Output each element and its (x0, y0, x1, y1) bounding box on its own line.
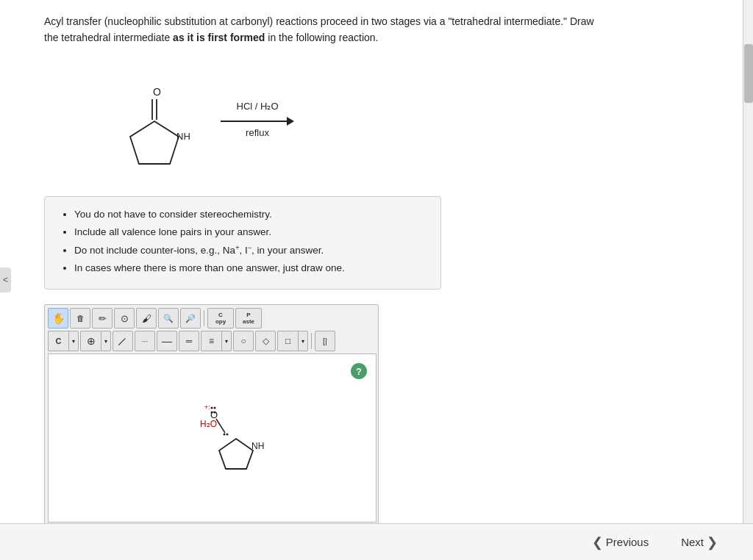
double-bond-icon: ═ (186, 336, 193, 346)
paste-label: Paste (243, 312, 254, 326)
reactant-svg: O NH (103, 61, 199, 179)
help-button[interactable]: ? (351, 363, 367, 379)
wavy-icon: ··· (142, 337, 148, 345)
svg-point-16 (226, 434, 229, 436)
drawn-molecule-svg: +: O H₂O NH (159, 373, 276, 490)
scrollbar[interactable] (743, 0, 753, 560)
hint-2: Include all valence lone pairs in your a… (74, 225, 426, 240)
ring3-group: □ ▾ (277, 331, 308, 351)
zoom-in-btn[interactable]: 🔍 (158, 308, 179, 329)
zoom-in-icon: 🔍 (163, 314, 174, 323)
pencil-tool-btn[interactable]: ✏ (92, 308, 113, 329)
erase-tool-btn[interactable]: 🗑 (70, 308, 90, 329)
reaction-diagram: O NH HCl / H₂O reflux (103, 61, 691, 179)
nav-bar: ❮ Previous Next ❯ (0, 523, 753, 560)
hand-tool-btn[interactable]: ✋ (48, 308, 68, 329)
reagent-line2: reflux (246, 126, 269, 140)
arrow-line (221, 117, 294, 126)
double-bond-btn[interactable]: ═ (179, 331, 199, 351)
svg-point-15 (224, 434, 226, 436)
svg-text:H₂O: H₂O (200, 419, 217, 429)
left-tab-icon: < (3, 275, 8, 285)
svg-text:NH: NH (251, 441, 264, 451)
svg-marker-13 (219, 439, 253, 469)
ring-4-icon: □ (285, 336, 290, 346)
line-btn[interactable]: | (113, 331, 133, 351)
chain-btn[interactable]: ⊕ (80, 331, 101, 351)
ring-6-btn[interactable]: ○ (233, 331, 254, 351)
toolbar-row-1: ✋ 🗑 ✏ ⊙ 🖌 🔍 🔎 Copy (48, 308, 375, 329)
triple-bond-group: ≡ ▾ (201, 331, 232, 351)
chain-group: ⊕ ▾ (80, 331, 111, 351)
copy-label: Copy (215, 312, 226, 326)
svg-text:O: O (153, 86, 161, 98)
ring-5-btn[interactable]: ◇ (255, 331, 276, 351)
erase-icon: 🗑 (76, 314, 85, 323)
next-button[interactable]: Next ❯ (668, 530, 731, 555)
question-text: Acyl transfer (nucleophilic substitution… (44, 13, 691, 46)
chain-icon: ⊕ (87, 335, 96, 347)
reactant-molecule: O NH (103, 61, 199, 179)
hints-box: You do not have to consider stereochemis… (44, 196, 441, 290)
brush-tool-btn[interactable]: 🖌 (136, 308, 157, 329)
svg-text:+:: +: (204, 403, 210, 411)
reaction-arrow-area: HCl / H₂O reflux (221, 99, 294, 140)
previous-chevron-icon: ❮ (592, 534, 603, 550)
wavy-btn[interactable]: ··· (135, 331, 155, 351)
single-bond-icon: — (162, 335, 172, 347)
ring-4-btn[interactable]: □ (277, 331, 298, 351)
lasso-icon: ⊙ (121, 313, 129, 324)
left-panel-tab[interactable]: < (0, 268, 11, 292)
zoom-out-btn[interactable]: 🔎 (180, 308, 201, 329)
triple-bond-btn[interactable]: ≡ (201, 331, 221, 351)
ring-5-icon: ◇ (263, 336, 269, 346)
help-symbol: ? (356, 366, 362, 377)
line-icon: | (118, 336, 128, 346)
hints-list: You do not have to consider stereochemis… (60, 207, 426, 276)
ring-group: ○ (233, 331, 254, 351)
single-bond-btn[interactable]: — (157, 331, 177, 351)
ring-dropdown[interactable]: ▾ (298, 331, 308, 351)
question-bold: as it is first formed (173, 32, 265, 43)
hint-4: In cases where there is more than one an… (74, 261, 426, 276)
toolbar-row-2: C ▾ ⊕ ▾ | ··· (48, 331, 375, 351)
question-text-p2: the tetrahedral intermediate (44, 32, 173, 43)
next-label: Next (681, 536, 704, 548)
triple-bond-icon: ≡ (209, 336, 214, 346)
bracket-icon: [| (323, 337, 327, 345)
svg-text:NH: NH (176, 131, 190, 142)
arrow-head (287, 117, 294, 126)
triple-bond-dropdown[interactable]: ▾ (221, 331, 232, 351)
scrollbar-thumb[interactable] (744, 44, 753, 103)
previous-button[interactable]: ❮ Previous (579, 530, 662, 555)
chain-dropdown[interactable]: ▾ (101, 331, 111, 351)
single-bond-group: — (157, 331, 177, 351)
copy-btn[interactable]: Copy (207, 308, 234, 329)
element-c-btn[interactable]: C (48, 331, 68, 351)
question-text-p1: Acyl transfer (nucleophilic substitution… (44, 15, 594, 27)
drawing-canvas[interactable]: ? +: O H₂O (48, 353, 376, 523)
ring-6-icon: ○ (240, 336, 246, 346)
zoom-out-icon: 🔎 (185, 314, 196, 323)
main-content: Acyl transfer (nucleophilic substitution… (0, 0, 721, 560)
pencil-icon: ✏ (99, 313, 107, 324)
double-bond-group: ═ (179, 331, 199, 351)
element-c-dropdown[interactable]: ▾ (68, 331, 79, 351)
hint-1: You do not have to consider stereochemis… (74, 207, 426, 222)
toolbar-separator-1 (204, 310, 204, 326)
previous-label: Previous (606, 536, 649, 548)
bracket-btn[interactable]: [| (315, 331, 335, 351)
paste-btn[interactable]: Paste (235, 308, 262, 329)
hint-3: Do not include counter-ions, e.g., Na+, … (74, 243, 426, 258)
svg-marker-0 (130, 121, 179, 164)
reagent-line1: HCl / H₂O (237, 101, 279, 112)
lasso-tool-btn[interactable]: ⊙ (114, 308, 135, 329)
drawing-panel: ✋ 🗑 ✏ ⊙ 🖌 🔍 🔎 Copy (44, 304, 379, 526)
ring2-group: ◇ (255, 331, 276, 351)
svg-line-12 (216, 419, 225, 433)
arrow-shaft (221, 121, 287, 122)
question-text-p3: in the following reaction. (265, 32, 378, 43)
next-chevron-icon: ❯ (707, 534, 718, 550)
line-bond-group: | (113, 331, 133, 351)
carbon-label: C (56, 337, 62, 345)
